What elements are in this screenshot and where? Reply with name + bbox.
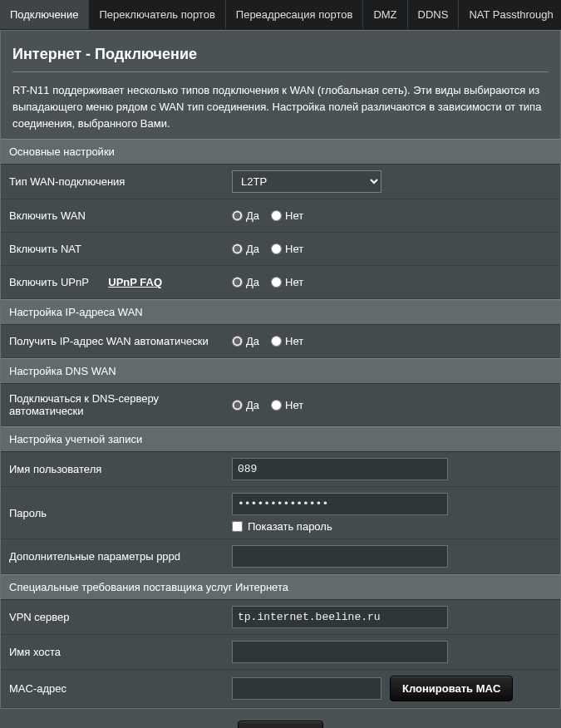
pppd-label: Дополнительные параметры pppd xyxy=(1,542,225,571)
tab-port-forward[interactable]: Переадресация портов xyxy=(226,0,364,29)
enable-nat-no[interactable] xyxy=(271,243,282,254)
yes-label: Да xyxy=(246,209,259,222)
auto-dns-label: Подключаться к DNS-серверу автоматически xyxy=(1,384,225,425)
auto-ip-label: Получить IP-адрес WAN автоматически xyxy=(1,327,225,356)
tab-port-trigger[interactable]: Переключатель портов xyxy=(89,0,225,29)
username-label: Имя пользователя xyxy=(1,455,225,484)
enable-wan-label: Включить WAN xyxy=(1,201,225,230)
tab-nat-passthrough[interactable]: NAT Passthrough xyxy=(459,0,561,29)
page-title: Интернет - Подключение xyxy=(12,46,549,63)
enable-nat-yes[interactable] xyxy=(232,243,243,254)
username-input[interactable] xyxy=(232,458,448,480)
vpn-server-label: VPN сервер xyxy=(1,603,225,632)
vpn-server-input[interactable] xyxy=(232,606,448,628)
pppd-input[interactable] xyxy=(232,545,448,568)
auto-ip-yes[interactable] xyxy=(232,336,243,347)
section-isp-header: Специальные требования поставщика услуг … xyxy=(1,574,560,600)
apply-button[interactable]: Применить xyxy=(238,721,322,728)
wan-type-label: Тип WAN-подключения xyxy=(1,167,225,196)
password-label: Пароль xyxy=(1,499,225,528)
tab-connection[interactable]: Подключение xyxy=(0,0,89,29)
enable-upnp-label: Включить UPnP UPnP FAQ xyxy=(1,268,225,297)
enable-wan-yes[interactable] xyxy=(232,210,243,221)
mac-label: MAC-адрес xyxy=(1,674,225,703)
section-dns-header: Настройка DNS WAN xyxy=(1,358,560,384)
tab-bar: Подключение Переключатель портов Переадр… xyxy=(0,0,561,30)
mac-input[interactable] xyxy=(232,677,381,700)
section-wanip-header: Настройка IP-адреса WAN xyxy=(1,299,560,325)
section-basic-header: Основные настройки xyxy=(1,139,560,165)
hostname-input[interactable] xyxy=(232,641,448,663)
auto-dns-no[interactable] xyxy=(271,400,282,411)
upnp-faq-link[interactable]: UPnP FAQ xyxy=(108,276,162,288)
no-label: Нет xyxy=(285,209,303,222)
enable-nat-label: Включить NAT xyxy=(1,234,225,263)
password-input[interactable] xyxy=(232,493,448,515)
section-account-header: Настройка учетной записи xyxy=(1,426,560,452)
hostname-label: Имя хоста xyxy=(1,637,225,667)
clone-mac-button[interactable]: Клонировать MAC xyxy=(390,676,513,701)
tab-dmz[interactable]: DMZ xyxy=(363,0,407,29)
enable-upnp-yes[interactable] xyxy=(232,277,243,288)
enable-wan-no[interactable] xyxy=(271,210,282,221)
show-password-label: Показать пароль xyxy=(248,520,332,533)
tab-ddns[interactable]: DDNS xyxy=(408,0,460,29)
auto-dns-yes[interactable] xyxy=(232,400,243,411)
page-description: RT-N11 поддерживает несколько типов подк… xyxy=(12,82,549,132)
enable-upnp-no[interactable] xyxy=(271,277,282,288)
auto-ip-no[interactable] xyxy=(271,336,282,347)
wan-type-select[interactable]: L2TP xyxy=(232,170,381,193)
show-password-checkbox[interactable] xyxy=(232,521,243,532)
